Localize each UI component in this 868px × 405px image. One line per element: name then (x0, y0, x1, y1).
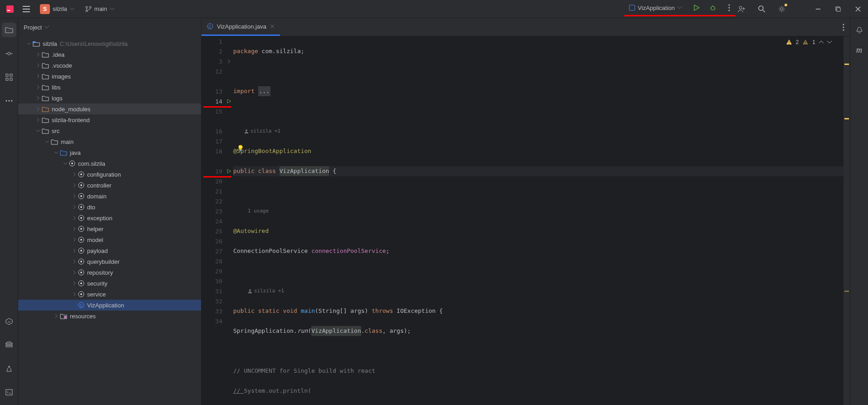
tree-row[interactable]: helper (18, 223, 201, 234)
stripe-warning[interactable] (844, 118, 849, 119)
tree-arrow-icon[interactable] (71, 194, 78, 198)
run-config-dropdown[interactable]: VizApplication (624, 3, 687, 13)
tree-row[interactable]: silzila-frontend (18, 114, 201, 125)
close-icon[interactable] (852, 3, 864, 15)
tree-item-label: silzila-frontend (52, 117, 90, 123)
editor-body[interactable]: 2 1 1 2 3 12 13 14 15 16 17 18 (201, 36, 850, 405)
project-tool-icon[interactable] (2, 23, 16, 37)
tree-arrow-icon[interactable] (53, 150, 60, 155)
maven-tool-icon[interactable]: m (852, 43, 867, 57)
chevron-up-icon[interactable] (819, 40, 824, 44)
tree-row[interactable]: .vscode (18, 60, 201, 71)
code-with-me-icon[interactable] (736, 3, 748, 15)
tree-arrow-icon[interactable] (71, 216, 78, 220)
debug-button[interactable] (706, 1, 719, 14)
more-run-actions[interactable] (723, 1, 736, 14)
lightbulb-icon[interactable]: 💡 (237, 143, 244, 153)
fold-icon[interactable] (227, 59, 231, 64)
settings-icon[interactable] (775, 3, 788, 15)
tree-arrow-icon[interactable] (71, 281, 78, 286)
tree-arrow-icon[interactable] (71, 237, 78, 242)
tree-row[interactable]: exception (18, 212, 201, 223)
tree-row[interactable]: domain (18, 191, 201, 202)
tree-arrow-icon[interactable] (34, 63, 42, 68)
tree-arrow-icon[interactable] (34, 107, 42, 111)
tree-arrow-icon[interactable] (71, 270, 78, 275)
tree-arrow-icon[interactable] (71, 227, 78, 231)
tree-row[interactable]: .idea (18, 49, 201, 60)
tree-row[interactable]: security (18, 278, 201, 289)
tab-more-icon[interactable] (843, 18, 844, 36)
tab-close-icon[interactable] (270, 24, 275, 29)
tree-arrow-icon[interactable] (71, 292, 78, 296)
database-tool-icon[interactable] (2, 338, 16, 352)
search-icon[interactable] (755, 3, 768, 15)
tree-arrow-icon[interactable] (34, 96, 42, 100)
services-tool-icon[interactable] (2, 314, 16, 329)
code-content[interactable]: package com.silzila; import ... silzila … (233, 36, 843, 405)
chevron-down-icon[interactable] (827, 40, 832, 44)
tree-arrow-icon[interactable] (71, 248, 78, 253)
editor-tab[interactable]: C VizApplication.java (201, 18, 280, 36)
tree-arrow-icon[interactable] (71, 205, 78, 209)
tree-row[interactable]: images (18, 71, 201, 82)
tree-item-label: libs (52, 84, 61, 91)
tree-row[interactable]: service (18, 289, 201, 300)
run-button[interactable] (690, 1, 703, 14)
tree-row[interactable]: src (18, 125, 201, 136)
tree-root[interactable]: silzila C:\Users\Lenovo\git\silzila (18, 38, 201, 49)
build-tool-icon[interactable] (2, 361, 16, 376)
tree-arrow-icon[interactable] (62, 161, 69, 166)
inlay-author[interactable]: silzila +1 (233, 286, 843, 296)
project-tree[interactable]: silzila C:\Users\Lenovo\git\silzila .ide… (18, 36, 201, 405)
tree-arrow-icon[interactable] (34, 118, 42, 122)
more-tools-icon[interactable] (2, 94, 16, 108)
tree-row[interactable]: node_modules (18, 104, 201, 114)
stripe-weak-warning[interactable] (844, 291, 849, 292)
tree-row[interactable]: libs (18, 82, 201, 93)
tree-arrow-icon[interactable] (34, 74, 42, 79)
tree-arrow-icon[interactable] (34, 128, 42, 133)
tree-row[interactable]: resources (18, 311, 201, 321)
inspection-widget[interactable]: 2 1 (786, 39, 832, 45)
notifications-icon[interactable] (852, 23, 867, 37)
project-panel-header[interactable]: Project (18, 18, 201, 36)
tree-row[interactable]: model (18, 234, 201, 245)
tree-row[interactable]: repository (18, 267, 201, 278)
tree-item-label: VizApplication (87, 302, 124, 309)
tree-arrow-icon[interactable] (71, 172, 78, 177)
tree-arrow-icon[interactable] (71, 183, 78, 188)
tree-row[interactable]: controller (18, 180, 201, 191)
branch-dropdown[interactable]: main (82, 4, 118, 14)
stripe-warning[interactable] (844, 64, 849, 65)
tree-row[interactable]: CVizApplication (18, 300, 201, 311)
tree-row[interactable]: dto (18, 202, 201, 212)
inlay-usage[interactable]: 1 usage (233, 206, 843, 216)
line-gutter[interactable]: 1 2 3 12 13 14 15 16 17 18 19 20 21 22 2… (201, 36, 233, 405)
app-logo[interactable] (4, 3, 16, 15)
tree-arrow-icon[interactable] (53, 314, 60, 318)
tree-row[interactable]: querybuilder (18, 256, 201, 267)
warning-count: 2 (796, 39, 799, 45)
main-menu-icon[interactable] (20, 3, 33, 15)
minimize-icon[interactable] (812, 3, 824, 15)
tree-arrow-icon[interactable] (34, 85, 42, 89)
tree-row[interactable]: java (18, 147, 201, 158)
maximize-icon[interactable] (832, 3, 844, 15)
tree-row[interactable]: main (18, 136, 201, 147)
structure-tool-icon[interactable] (2, 70, 16, 84)
terminal-tool-icon[interactable] (2, 385, 16, 400)
tree-arrow-icon[interactable] (34, 52, 42, 57)
tree-row[interactable]: logs (18, 93, 201, 104)
project-dropdown[interactable]: S silzila (36, 2, 78, 16)
error-stripe[interactable] (843, 36, 850, 405)
tree-row[interactable]: payload (18, 245, 201, 256)
tree-arrow-icon[interactable] (44, 139, 51, 144)
tree-row[interactable]: com.silzila (18, 158, 201, 169)
tree-arrow-icon[interactable] (71, 259, 78, 264)
run-gutter-icon[interactable] (227, 99, 231, 104)
run-gutter-icon[interactable] (227, 169, 231, 173)
inlay-author[interactable]: silzila +1 (233, 126, 843, 136)
tree-row[interactable]: configuration (18, 169, 201, 180)
commit-tool-icon[interactable] (2, 46, 16, 61)
